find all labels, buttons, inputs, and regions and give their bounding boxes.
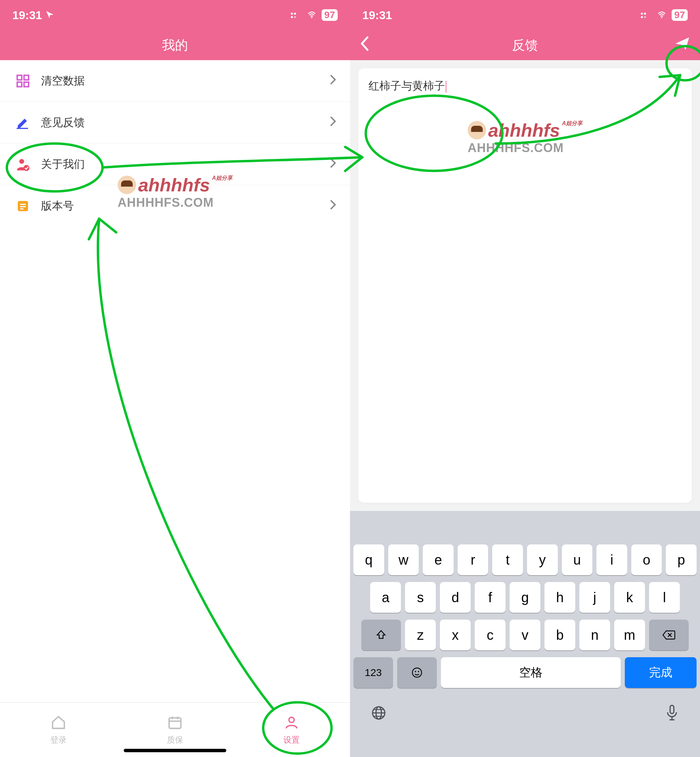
- status-bar: 19:31 97: [0, 0, 350, 30]
- tab-label: 登录: [50, 734, 67, 745]
- svg-point-0: [291, 12, 293, 15]
- svg-rect-6: [24, 75, 28, 80]
- svg-rect-14: [20, 206, 26, 207]
- key-t[interactable]: t: [492, 545, 523, 575]
- back-button[interactable]: [359, 36, 369, 54]
- nav-bar-feedback: 反馈: [350, 30, 700, 60]
- tab-label: 质保: [167, 734, 183, 745]
- wifi-icon: [306, 9, 317, 22]
- send-button[interactable]: [674, 36, 691, 55]
- key-u[interactable]: u: [562, 545, 593, 575]
- chevron-right-icon: [330, 158, 336, 171]
- svg-point-28: [418, 671, 419, 672]
- key-n[interactable]: n: [579, 620, 610, 650]
- phone-feedback: 19:31 97 反馈 红柿子与黄柿子: [350, 0, 700, 757]
- feedback-input[interactable]: 红柿子与黄柿子: [358, 68, 692, 503]
- key-j[interactable]: j: [579, 582, 610, 613]
- row-clear-data[interactable]: 清空数据: [0, 60, 350, 102]
- settings-list: 清空数据 意见反馈 关于我们: [0, 60, 350, 227]
- svg-rect-8: [24, 82, 28, 86]
- row-feedback[interactable]: 意见反馈: [0, 102, 350, 144]
- numbers-key[interactable]: 123: [353, 657, 393, 688]
- cellular-icon: [290, 9, 302, 22]
- phone-settings: 19:31 97 我的: [0, 0, 350, 757]
- row-version[interactable]: 版本号: [0, 185, 350, 227]
- svg-point-1: [294, 12, 296, 15]
- key-s[interactable]: s: [405, 582, 436, 613]
- key-v[interactable]: v: [509, 620, 541, 650]
- key-b[interactable]: b: [544, 620, 575, 650]
- shift-key[interactable]: [361, 620, 401, 650]
- svg-rect-5: [17, 75, 22, 80]
- svg-point-21: [641, 12, 643, 15]
- cellular-icon: [640, 9, 652, 22]
- svg-rect-16: [169, 718, 181, 728]
- svg-rect-15: [20, 209, 23, 209]
- feedback-body: 红柿子与黄柿子: [350, 60, 700, 511]
- svg-point-23: [641, 16, 643, 18]
- row-label: 关于我们: [41, 157, 330, 172]
- svg-rect-9: [17, 128, 28, 129]
- svg-point-10: [19, 159, 24, 164]
- svg-point-3: [294, 16, 296, 18]
- feedback-text: 红柿子与黄柿子: [369, 80, 445, 92]
- home-icon: [51, 715, 66, 732]
- emoji-key[interactable]: [397, 657, 437, 688]
- keyboard-candidates[interactable]: [350, 511, 700, 541]
- key-a[interactable]: a: [370, 582, 401, 613]
- key-z[interactable]: z: [405, 620, 436, 650]
- location-icon: [45, 9, 54, 22]
- chevron-right-icon: [330, 199, 336, 213]
- row-about[interactable]: 关于我们: [0, 144, 350, 185]
- page-title: 我的: [162, 37, 188, 54]
- globe-key[interactable]: [370, 705, 387, 723]
- key-p[interactable]: p: [666, 545, 697, 575]
- keyboard-row-3: zxcvbnm: [353, 620, 697, 650]
- svg-rect-7: [17, 82, 22, 86]
- key-q[interactable]: q: [353, 545, 384, 575]
- backspace-key[interactable]: [649, 620, 689, 650]
- key-d[interactable]: d: [440, 582, 471, 613]
- user-check-icon: [14, 155, 32, 173]
- svg-point-25: [661, 17, 662, 18]
- grid-icon: [14, 72, 32, 90]
- mic-key[interactable]: [664, 704, 680, 723]
- key-c[interactable]: c: [475, 620, 506, 650]
- calendar-icon: [167, 715, 183, 732]
- pencil-icon: [14, 114, 32, 132]
- keyboard-bottom: [350, 695, 700, 732]
- key-r[interactable]: r: [458, 545, 488, 575]
- key-l[interactable]: l: [649, 582, 680, 613]
- done-key[interactable]: 完成: [625, 657, 697, 688]
- text-cursor: [446, 81, 446, 93]
- key-x[interactable]: x: [440, 620, 471, 650]
- key-f[interactable]: f: [475, 582, 506, 613]
- key-g[interactable]: g: [509, 582, 541, 613]
- document-icon: [14, 197, 32, 215]
- home-indicator[interactable]: [124, 749, 226, 752]
- key-o[interactable]: o: [631, 545, 662, 575]
- svg-rect-13: [20, 204, 26, 205]
- key-m[interactable]: m: [614, 620, 645, 650]
- tab-login[interactable]: 登录: [0, 703, 117, 757]
- chevron-right-icon: [330, 74, 336, 88]
- status-time: 19:31: [362, 9, 392, 22]
- status-time: 19:31: [12, 9, 42, 22]
- keyboard-row-1: qwertyuiop: [353, 545, 697, 575]
- key-i[interactable]: i: [597, 545, 627, 575]
- tab-bar: 登录 质保 设置: [0, 702, 350, 757]
- key-y[interactable]: y: [527, 545, 558, 575]
- key-k[interactable]: k: [614, 582, 645, 613]
- tab-label: 设置: [283, 734, 300, 745]
- svg-point-27: [415, 671, 416, 672]
- tab-settings[interactable]: 设置: [233, 703, 350, 757]
- svg-point-4: [311, 17, 312, 18]
- battery-badge: 97: [322, 9, 338, 21]
- space-key[interactable]: 空格: [441, 657, 621, 688]
- key-h[interactable]: h: [544, 582, 575, 613]
- svg-point-26: [412, 668, 422, 677]
- keyboard-row-4: 123 空格 完成: [353, 657, 697, 688]
- svg-rect-32: [670, 705, 674, 713]
- key-w[interactable]: w: [388, 545, 419, 575]
- key-e[interactable]: e: [423, 545, 453, 575]
